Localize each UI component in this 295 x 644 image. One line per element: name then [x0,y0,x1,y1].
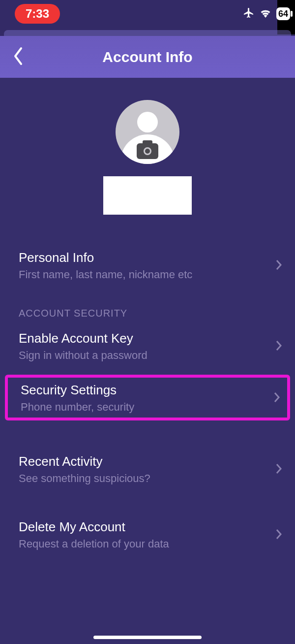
item-sub: Request a deletion of your data [19,538,266,550]
profile-name-redacted [103,176,192,215]
back-button[interactable] [11,46,26,68]
security-settings-item[interactable]: Security Settings Phone number, security [5,375,290,420]
nav-bar: Account Info [0,36,295,78]
content: Personal Info First name, last name, nic… [0,78,295,644]
delete-account-item[interactable]: Delete My Account Request a deletion of … [0,514,295,556]
status-right-group: 64 [243,7,290,21]
item-title: Personal Info [19,250,266,265]
enable-account-key-item[interactable]: Enable Account Key Sign in without a pas… [0,325,295,368]
item-title: Enable Account Key [19,331,266,346]
battery-indicator: 64 [276,7,290,20]
chevron-right-icon [275,259,282,273]
item-title: Security Settings [21,383,264,398]
status-bar: 7:33 64 [0,0,295,27]
nav-shadow [4,30,291,36]
chevron-right-icon [275,528,282,542]
item-title: Delete My Account [19,519,266,535]
chevron-right-icon [275,340,282,354]
item-title: Recent Activity [19,454,266,469]
wifi-icon [260,8,271,20]
account-security-header: ACCOUNT SECURITY [0,287,295,319]
avatar[interactable] [116,100,179,164]
item-sub: Sign in without a password [19,349,266,362]
item-sub: First name, last name, nickname etc [19,268,266,281]
personal-info-item[interactable]: Personal Info First name, last name, nic… [0,244,295,287]
chevron-right-icon [275,463,282,477]
screen: 7:33 64 Account Info [0,0,295,644]
status-time-pill[interactable]: 7:33 [15,4,60,24]
item-sub: Phone number, security [21,401,264,414]
chevron-right-icon [273,391,280,405]
airplane-mode-icon [243,7,255,21]
camera-icon[interactable] [137,143,158,159]
home-indicator[interactable] [93,636,202,639]
recent-activity-item[interactable]: Recent Activity See something suspicious… [0,448,295,491]
page-title: Account Info [102,49,192,65]
item-sub: See something suspicious? [19,472,266,485]
profile-block [0,78,295,215]
